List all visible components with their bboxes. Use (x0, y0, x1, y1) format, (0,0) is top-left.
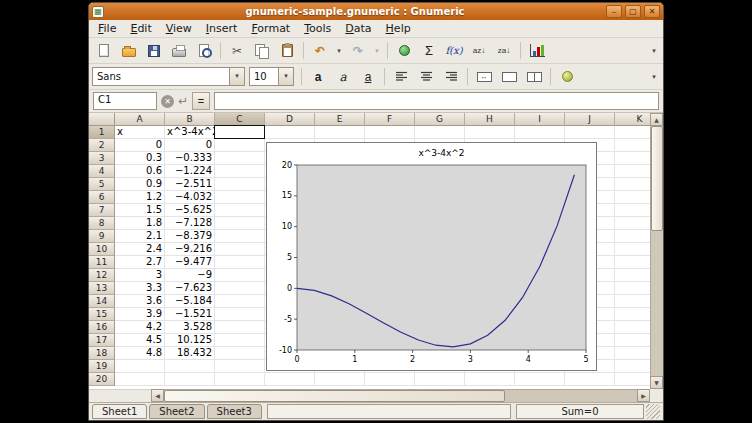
menu-data[interactable]: Data (338, 21, 378, 36)
column-header-I[interactable]: I (515, 113, 565, 126)
cell-K9[interactable] (615, 230, 650, 243)
row-header-9[interactable]: 9 (89, 230, 115, 243)
cell-A9[interactable]: 2.1 (115, 230, 165, 243)
cell-K2[interactable] (615, 139, 650, 152)
column-header-J[interactable]: J (565, 113, 615, 126)
cell-K5[interactable] (615, 178, 650, 191)
cell-A6[interactable]: 1.2 (115, 191, 165, 204)
cell-I1[interactable] (515, 126, 565, 139)
cell-C10[interactable] (215, 243, 265, 256)
cell-A7[interactable]: 1.5 (115, 204, 165, 217)
cell-D20[interactable] (265, 373, 315, 386)
row-header-3[interactable]: 3 (89, 152, 115, 165)
sort-ascending-button[interactable]: az↓ (467, 40, 491, 62)
cell-C7[interactable] (215, 204, 265, 217)
column-header-A[interactable]: A (115, 113, 165, 126)
tab-sheet2[interactable]: Sheet2 (149, 404, 204, 419)
cell-K3[interactable] (615, 152, 650, 165)
row-header-5[interactable]: 5 (89, 178, 115, 191)
row-header-16[interactable]: 16 (89, 321, 115, 334)
cell-C8[interactable] (215, 217, 265, 230)
column-header-E[interactable]: E (315, 113, 365, 126)
merge-cells-button[interactable] (497, 66, 521, 88)
select-all-corner[interactable] (89, 113, 115, 126)
undo-button[interactable]: ↶ (308, 40, 332, 62)
new-file-button[interactable] (92, 40, 116, 62)
cell-B3[interactable]: −0.333 (165, 152, 215, 165)
cell-B7[interactable]: −5.625 (165, 204, 215, 217)
cell-B10[interactable]: −9.216 (165, 243, 215, 256)
paste-button[interactable] (275, 40, 299, 62)
cell-K19[interactable] (615, 360, 650, 373)
row-header-4[interactable]: 4 (89, 165, 115, 178)
row-header-7[interactable]: 7 (89, 204, 115, 217)
cell-B6[interactable]: −4.032 (165, 191, 215, 204)
row-header-13[interactable]: 13 (89, 282, 115, 295)
cell-C15[interactable] (215, 308, 265, 321)
row-header-10[interactable]: 10 (89, 243, 115, 256)
cell-K15[interactable] (615, 308, 650, 321)
cell-A1[interactable]: x (115, 126, 165, 139)
undo-dropdown-button[interactable]: ▾ (333, 40, 345, 62)
align-right-button[interactable] (439, 66, 463, 88)
row-header-11[interactable]: 11 (89, 256, 115, 269)
cell-B20[interactable] (165, 373, 215, 386)
open-file-button[interactable] (117, 40, 141, 62)
cell-K20[interactable] (615, 373, 650, 386)
cell-K6[interactable] (615, 191, 650, 204)
cell-C2[interactable] (215, 139, 265, 152)
cell-K18[interactable] (615, 347, 650, 360)
cell-G20[interactable] (415, 373, 465, 386)
cell-C17[interactable] (215, 334, 265, 347)
cell-A11[interactable]: 2.7 (115, 256, 165, 269)
cancel-icon[interactable]: ✕ (161, 95, 174, 108)
cell-K4[interactable] (615, 165, 650, 178)
row-header-20[interactable]: 20 (89, 373, 115, 386)
print-button[interactable] (167, 40, 191, 62)
resize-grip[interactable] (646, 404, 660, 419)
cell-A2[interactable]: 0 (115, 139, 165, 152)
cell-K13[interactable] (615, 282, 650, 295)
cell-A12[interactable]: 3 (115, 269, 165, 282)
cell-C4[interactable] (215, 165, 265, 178)
cell-E1[interactable] (315, 126, 365, 139)
cell-B19[interactable] (165, 360, 215, 373)
cell-C1[interactable] (215, 126, 265, 139)
cell-A15[interactable]: 3.9 (115, 308, 165, 321)
tab-sheet3[interactable]: Sheet3 (207, 404, 262, 419)
menu-format[interactable]: Format (244, 21, 297, 36)
cell-H1[interactable] (465, 126, 515, 139)
cell-D1[interactable] (265, 126, 315, 139)
toolbar-overflow-button[interactable]: ▾ (648, 40, 660, 62)
column-header-H[interactable]: H (465, 113, 515, 126)
menu-edit[interactable]: Edit (123, 21, 158, 36)
title-bar[interactable]: ▦ gnumeric-sample.gnumeric : Gnumeric – … (89, 3, 663, 20)
cell-B5[interactable]: −2.511 (165, 178, 215, 191)
cell-C20[interactable] (215, 373, 265, 386)
cell-C14[interactable] (215, 295, 265, 308)
column-header-D[interactable]: D (265, 113, 315, 126)
row-header-17[interactable]: 17 (89, 334, 115, 347)
column-header-B[interactable]: B (165, 113, 215, 126)
column-header-F[interactable]: F (365, 113, 415, 126)
enter-icon[interactable]: ↵ (178, 95, 188, 107)
cell-C19[interactable] (215, 360, 265, 373)
maximize-button[interactable]: ▢ (625, 5, 641, 18)
cell-F20[interactable] (365, 373, 415, 386)
format-as-money-button[interactable] (555, 66, 579, 88)
save-button[interactable] (142, 40, 166, 62)
cell-B12[interactable]: −9 (165, 269, 215, 282)
tab-sheet1[interactable]: Sheet1 (92, 404, 147, 419)
cell-K16[interactable] (615, 321, 650, 334)
row-header-8[interactable]: 8 (89, 217, 115, 230)
cell-B14[interactable]: −5.184 (165, 295, 215, 308)
cell-C9[interactable] (215, 230, 265, 243)
autosum-button[interactable]: Σ (417, 40, 441, 62)
cell-B18[interactable]: 18.432 (165, 347, 215, 360)
close-button[interactable]: ✕ (644, 5, 660, 18)
cell-C6[interactable] (215, 191, 265, 204)
row-header-12[interactable]: 12 (89, 269, 115, 282)
insert-chart-button[interactable] (525, 40, 549, 62)
cell-C18[interactable] (215, 347, 265, 360)
formula-entry[interactable] (214, 92, 659, 110)
